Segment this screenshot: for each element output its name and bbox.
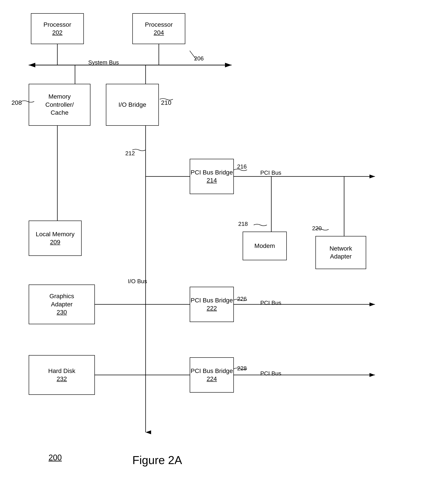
pci-bridge-224-number: 224 — [207, 375, 217, 383]
pci-bridge-214-number: 214 — [207, 176, 217, 184]
memory-controller-box: Memory Controller/ Cache — [29, 84, 90, 126]
graphics-adapter-label2: Adapter — [51, 300, 73, 308]
label-228: 228 — [237, 365, 247, 372]
pci-bridge-222-label: PCI Bus Bridge — [191, 297, 233, 304]
memory-controller-label3: Cache — [51, 109, 69, 117]
modem-label: Modem — [254, 242, 275, 250]
graphics-adapter-number: 230 — [57, 308, 67, 316]
graphics-adapter-box: Graphics Adapter 230 — [29, 284, 95, 324]
label-216: 216 — [237, 163, 247, 170]
local-memory-box: Local Memory 209 — [29, 220, 82, 256]
label-218: 218 — [238, 220, 248, 227]
network-adapter-label: Network — [330, 245, 352, 252]
modem-box: Modem — [243, 232, 287, 260]
label-206: 206 — [194, 55, 204, 62]
processor-204-label: Processor — [145, 21, 173, 29]
local-memory-label: Local Memory — [36, 230, 75, 238]
label-212: 212 — [125, 150, 135, 157]
label-208: 208 — [12, 99, 22, 106]
network-adapter-box: Network Adapter — [315, 236, 366, 269]
processor-204-box: Processor 204 — [132, 13, 185, 44]
pci-bus-226-label: PCI Bus — [260, 299, 281, 306]
pci-bus-bridge-214-box: PCI Bus Bridge 214 — [190, 159, 234, 194]
network-adapter-label2: Adapter — [330, 252, 352, 261]
pci-bus-216-label: PCI Bus — [260, 169, 281, 176]
processor-202-box: Processor 202 — [31, 13, 84, 44]
pci-bus-bridge-222-box: PCI Bus Bridge 222 — [190, 287, 234, 322]
label-210: 210 — [161, 99, 171, 106]
processor-202-label: Processor — [44, 21, 71, 29]
figure-title: Figure 2A — [132, 454, 182, 467]
hard-disk-number: 232 — [57, 375, 67, 383]
io-bridge-label: I/O Bridge — [118, 101, 146, 109]
hard-disk-label: Hard Disk — [48, 367, 75, 375]
label-220: 220 — [312, 225, 322, 232]
processor-202-number: 202 — [52, 29, 63, 37]
pci-bus-bridge-224-box: PCI Bus Bridge 224 — [190, 357, 234, 392]
label-226: 226 — [237, 296, 247, 302]
pci-bus-228-label: PCI Bus — [260, 370, 281, 377]
graphics-adapter-label: Graphics — [49, 292, 74, 300]
memory-controller-label2: Controller/ — [45, 101, 74, 109]
figure-number: 200 — [48, 453, 62, 462]
local-memory-number: 209 — [50, 238, 61, 246]
pci-bridge-222-number: 222 — [207, 304, 217, 312]
diagram-container: Processor 202 Processor 204 206 System B… — [0, 0, 448, 502]
pci-bridge-214-label: PCI Bus Bridge — [191, 169, 233, 176]
system-bus-label: System Bus — [88, 59, 119, 66]
hard-disk-box: Hard Disk 232 — [29, 355, 95, 395]
io-bus-label: I/O Bus — [128, 278, 147, 285]
processor-204-number: 204 — [154, 29, 164, 37]
pci-bridge-224-label: PCI Bus Bridge — [191, 367, 233, 375]
memory-controller-label: Memory — [48, 93, 71, 101]
io-bridge-box: I/O Bridge — [106, 84, 159, 126]
